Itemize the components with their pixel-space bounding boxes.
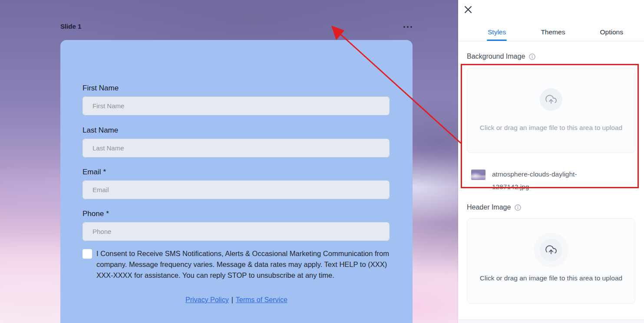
next-section-edge (458, 320, 644, 323)
info-icon[interactable] (529, 53, 535, 60)
header-image-dropzone[interactable]: Click or drag an image file to this area… (467, 218, 635, 304)
tab-themes[interactable]: Themes (541, 23, 565, 41)
app-window: Slide 1 First Name Last Name Email* Phon… (0, 0, 644, 323)
privacy-policy-link[interactable]: Privacy Policy (185, 296, 229, 303)
dropzone-hint: Click or drag an image file to this area… (480, 273, 622, 283)
uploaded-file-item[interactable]: atmosphere-clouds-daylight-1287142.jpg (471, 168, 596, 193)
file-name: atmosphere-clouds-daylight-1287142.jpg (492, 168, 596, 193)
sms-consent-text: I Consent to Receive SMS Notifications, … (96, 248, 390, 281)
last-name-label: Last Name (83, 126, 390, 135)
info-icon[interactable] (515, 204, 521, 211)
dropzone-hint: Click or drag an image file to this area… (480, 122, 622, 133)
sms-consent-checkbox[interactable] (83, 249, 92, 259)
email-input[interactable] (83, 180, 390, 199)
phone-input[interactable] (83, 222, 390, 241)
close-icon (463, 5, 473, 14)
phone-label: Phone* (83, 210, 390, 218)
last-name-input[interactable] (83, 139, 390, 157)
slide-title: Slide 1 (60, 23, 81, 30)
header-image-title: Header Image (467, 203, 521, 211)
form-card: First Name Last Name Email* Phone* I Con… (60, 40, 413, 323)
terms-of-service-link[interactable]: Terms of Service (236, 296, 287, 303)
email-label: Email* (83, 168, 390, 176)
slide-more-options-button[interactable] (401, 23, 414, 31)
legal-links: Privacy Policy|Terms of Service (83, 296, 390, 304)
upload-circle (540, 88, 562, 111)
sms-consent-row: I Consent to Receive SMS Notifications, … (83, 248, 390, 281)
upload-cloud-icon (545, 244, 557, 256)
background-image-title: Background Image (467, 53, 535, 60)
upload-circle (540, 239, 562, 261)
first-name-input[interactable] (83, 97, 390, 115)
upload-cloud-icon (545, 94, 557, 105)
ellipsis-icon (403, 26, 405, 28)
panel-tabs: Styles Themes Options (458, 23, 644, 41)
style-settings-panel: Styles Themes Options Background Image C… (458, 0, 644, 323)
link-separator: | (231, 296, 233, 303)
file-thumbnail (471, 170, 485, 180)
first-name-label: First Name (83, 84, 390, 93)
background-image-dropzone[interactable]: Click or drag an image file to this area… (467, 68, 635, 153)
tab-styles[interactable]: Styles (488, 23, 506, 41)
tab-options[interactable]: Options (600, 23, 623, 41)
close-panel-button[interactable] (463, 5, 473, 14)
